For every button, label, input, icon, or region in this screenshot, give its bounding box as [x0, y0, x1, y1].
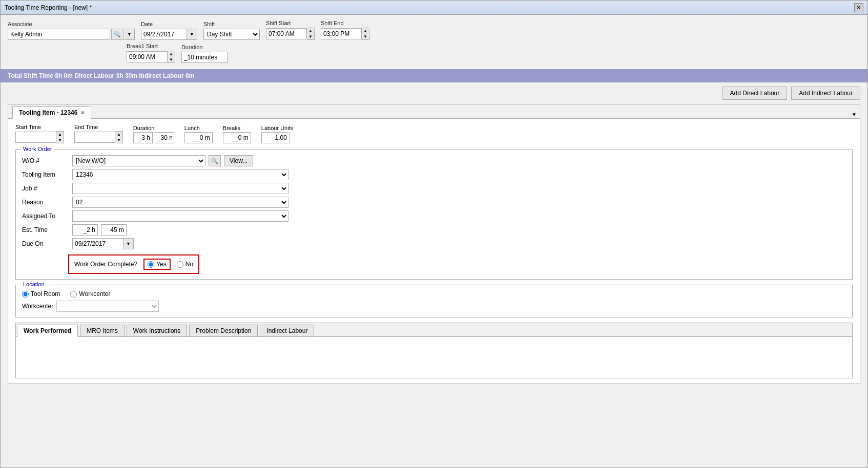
est-time-label: Est. Time: [22, 226, 68, 233]
break1-start-group: Break1 Start 09:00 AM ▲▼: [127, 43, 175, 63]
tab-scroll-arrow[interactable]: ▼: [849, 111, 860, 118]
summary-text: Total Shift Time 8h 0m Direct Labour 3h …: [8, 72, 194, 79]
lunch-label: Lunch: [184, 125, 213, 131]
breaks-input[interactable]: __0 m: [223, 132, 251, 143]
labour-units-group: Labour Units 1.00: [261, 125, 293, 143]
associate-label: Associate: [8, 21, 135, 27]
tab-panel: Tooling Item - 12346 ✕ ▼ Start Time ▲▼: [8, 104, 860, 384]
shift-start-group: Shift Start 07:00 AM ▲▼: [266, 20, 315, 40]
date-input-wrapper: 09/27/2017 ▼: [141, 29, 197, 40]
due-on-input[interactable]: 09/27/2017: [72, 238, 123, 249]
break-duration-label: Duration: [181, 44, 228, 50]
shift-select[interactable]: Day Shift: [203, 29, 260, 40]
assigned-to-wrapper: [72, 210, 288, 222]
end-time-input[interactable]: [74, 132, 115, 143]
date-input[interactable]: 09/27/2017: [141, 29, 187, 40]
bottom-tab-content: [16, 337, 852, 378]
tab-close-icon[interactable]: ✕: [80, 110, 85, 116]
workcenter-select[interactable]: [56, 301, 159, 312]
work-order-complete-row: Work Order Complete? Yes No: [68, 254, 846, 274]
tab-content: Start Time ▲▼ End Time: [8, 119, 860, 384]
shift-start-input[interactable]: 07:00 AM: [266, 28, 307, 39]
date-dropdown-button[interactable]: ▼: [187, 29, 197, 40]
est-time-h-input[interactable]: _2 h: [72, 224, 98, 236]
start-time-group: Start Time ▲▼: [15, 124, 64, 143]
wo-input-wrapper: [New W/O]: [72, 155, 205, 166]
tooling-item-select[interactable]: 12346: [72, 169, 288, 180]
main-window: Tooling Time Reporting - [new] * ✕ Assoc…: [0, 0, 868, 468]
yes-radio[interactable]: [148, 261, 154, 268]
tab-mro-items[interactable]: MRO Items: [80, 325, 125, 336]
work-order-form: W/O # [New W/O] 🔍 View... Tooling Ite: [22, 155, 288, 249]
tool-room-radio[interactable]: [22, 291, 29, 297]
close-button[interactable]: ✕: [854, 3, 863, 12]
header-row-1: Associate Kelly Admin 🔍 ▼ Date 09/27/201…: [8, 20, 860, 40]
no-radio[interactable]: [177, 261, 183, 268]
duration-group: Duration _3 h _30 m: [133, 125, 174, 143]
end-time-spinner[interactable]: ▲▼: [115, 131, 123, 143]
workcenter-option[interactable]: Workcenter: [70, 290, 110, 297]
title-bar: Tooling Time Reporting - [new] * ✕: [1, 1, 867, 15]
add-direct-labour-button[interactable]: Add Direct Labour: [722, 87, 788, 100]
est-time-m-input[interactable]: 45 m: [101, 224, 127, 236]
due-on-dropdown-button[interactable]: ▼: [123, 238, 134, 249]
duration-wrapper: _3 h _30 m: [133, 132, 174, 143]
assigned-to-select[interactable]: [72, 210, 288, 222]
duration-label: Duration: [133, 125, 174, 131]
tooling-item-wrapper: 12346: [72, 169, 288, 180]
lunch-group: Lunch __0 m: [184, 125, 213, 143]
tooling-item-tab[interactable]: Tooling Item - 12346 ✕: [12, 107, 91, 119]
end-time-group: End Time ▲▼: [74, 124, 123, 143]
window-title: Tooling Time Reporting - [new] *: [5, 4, 92, 11]
time-fields-row: Start Time ▲▼ End Time: [15, 124, 853, 143]
wo-view-button[interactable]: View...: [224, 155, 253, 166]
reason-select[interactable]: 02: [72, 197, 288, 208]
tab-work-instructions[interactable]: Work Instructions: [127, 325, 187, 336]
shift-end-spinner[interactable]: ▲▼: [362, 28, 369, 40]
add-indirect-labour-button[interactable]: Add Indirect Labour: [791, 87, 860, 100]
wo-search-button[interactable]: 🔍: [209, 155, 221, 166]
associate-dropdown-button[interactable]: ▼: [125, 29, 135, 40]
break1-start-input[interactable]: 09:00 AM: [127, 51, 168, 62]
reason-label: Reason: [22, 199, 68, 206]
work-order-section: Work Order W/O # [New W/O] 🔍 View...: [15, 150, 853, 280]
tab-header: Tooling Item - 12346 ✕ ▼: [8, 104, 860, 119]
start-time-spinner[interactable]: ▲▼: [56, 131, 64, 143]
duration-h-input[interactable]: _3 h: [133, 132, 153, 143]
break1-start-input-wrapper: 09:00 AM ▲▼: [127, 51, 175, 63]
labour-units-input[interactable]: 1.00: [261, 132, 290, 143]
tab-work-performed[interactable]: Work Performed: [17, 325, 78, 337]
tool-room-label: Tool Room: [31, 290, 60, 297]
start-time-input[interactable]: [15, 132, 56, 143]
bottom-tab-header: Work Performed MRO Items Work Instructio…: [16, 323, 852, 337]
summary-bar: Total Shift Time 8h 0m Direct Labour 3h …: [1, 69, 867, 82]
lunch-input[interactable]: __0 m: [184, 132, 213, 143]
break-duration-input[interactable]: _10 minutes: [181, 52, 228, 63]
shift-start-spinner[interactable]: ▲▼: [307, 28, 315, 40]
tool-room-option[interactable]: Tool Room: [22, 290, 60, 297]
location-section-title: Location: [21, 281, 47, 287]
end-time-wrapper: ▲▼: [74, 131, 123, 143]
shift-end-input[interactable]: 03:00 PM: [321, 28, 362, 39]
associate-group: Associate Kelly Admin 🔍 ▼: [8, 21, 135, 40]
yes-option-selected: Yes: [143, 259, 171, 270]
workcenter-radio[interactable]: [70, 291, 77, 297]
start-time-label: Start Time: [15, 124, 64, 130]
tab-indirect-labour[interactable]: Indirect Labour: [260, 325, 314, 336]
workcenter-field-row: Workcenter: [22, 301, 846, 312]
breaks-group: Breaks __0 m: [223, 125, 251, 143]
no-option[interactable]: No: [177, 261, 193, 268]
job-select[interactable]: [72, 183, 288, 194]
breaks-label: Breaks: [223, 125, 251, 131]
duration-m-input[interactable]: _30 m: [155, 132, 174, 143]
break1-start-label: Break1 Start: [127, 43, 175, 49]
associate-search-button[interactable]: 🔍: [111, 29, 123, 40]
end-time-label: End Time: [74, 124, 123, 130]
associate-input[interactable]: Kelly Admin: [8, 29, 110, 40]
shift-end-input-wrapper: 03:00 PM ▲▼: [321, 28, 369, 40]
due-on-wrapper: 09/27/2017 ▼: [72, 238, 288, 249]
labour-units-label: Labour Units: [261, 125, 293, 131]
break1-start-spinner[interactable]: ▲▼: [168, 51, 175, 63]
wo-select[interactable]: [New W/O]: [72, 155, 205, 166]
tab-problem-description[interactable]: Problem Description: [189, 325, 258, 336]
